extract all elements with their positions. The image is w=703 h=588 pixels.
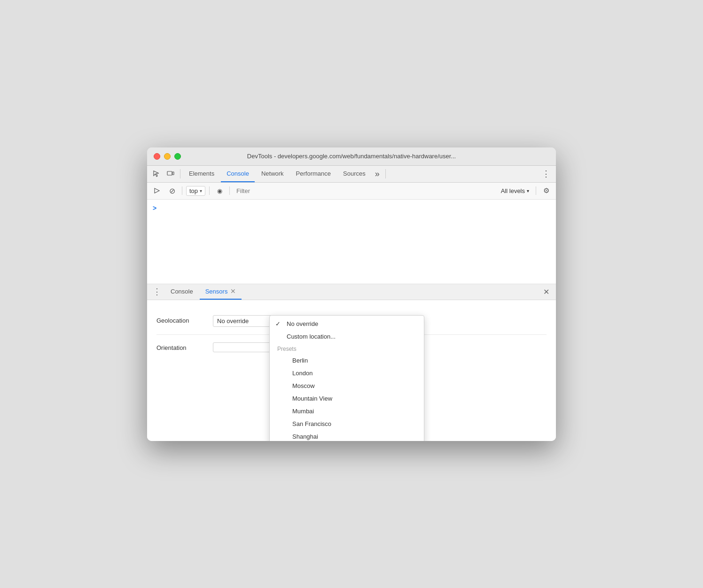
log-levels-button[interactable]: All levels ▾ [498, 186, 532, 195]
clear-console-icon[interactable]: ⊘ [166, 185, 178, 197]
devtools-menu-icon[interactable]: ⋮ [539, 169, 553, 179]
geolocation-row: Geolocation No override ▾ No override [156, 308, 547, 335]
window-title: DevTools - developers.google.com/web/fun… [247, 153, 456, 160]
devtools-window: DevTools - developers.google.com/web/fun… [147, 147, 556, 441]
toolbar-divider-4 [536, 186, 536, 195]
tab-performance[interactable]: Performance [290, 165, 336, 182]
orientation-label: Orientation [156, 342, 213, 351]
dropdown-item-no-override[interactable]: No override [270, 317, 424, 330]
geolocation-dropdown: No override Custom location... Presets B… [269, 315, 424, 441]
filter-by-regexp-icon[interactable]: ◉ [213, 185, 226, 197]
console-prompt: > [153, 204, 156, 212]
tab-separator [180, 169, 180, 178]
devtools-tab-bar: Elements Console Network Performance Sou… [147, 166, 556, 183]
dropdown-item-custom[interactable]: Custom location... [270, 330, 424, 343]
dropdown-item-berlin[interactable]: Berlin [270, 354, 424, 367]
minimize-button[interactable] [164, 153, 171, 160]
console-output: > [147, 200, 556, 284]
close-bottom-panel-icon[interactable]: ✕ [539, 287, 553, 296]
svg-rect-0 [167, 171, 172, 175]
toolbar-divider-2 [209, 186, 210, 195]
tab-network[interactable]: Network [256, 165, 289, 182]
maximize-button[interactable] [174, 153, 181, 160]
bottom-more-icon[interactable]: ⋮ [150, 286, 164, 297]
title-bar: DevTools - developers.google.com/web/fun… [147, 147, 556, 166]
bottom-tab-bar: ⋮ Console Sensors ✕ ✕ [147, 284, 556, 300]
close-sensors-tab-icon[interactable]: ✕ [230, 287, 236, 295]
dropdown-item-moscow[interactable]: Moscow [270, 379, 424, 392]
tab-sources[interactable]: Sources [337, 165, 371, 182]
dropdown-item-mumbai[interactable]: Mumbai [270, 405, 424, 418]
sensors-content: Geolocation No override ▾ No override [147, 300, 556, 441]
dropdown-item-shanghai[interactable]: Shanghai [270, 430, 424, 441]
console-settings-icon[interactable]: ⚙ [540, 185, 552, 197]
preserve-log-icon[interactable] [151, 185, 163, 197]
context-value: top [189, 187, 198, 194]
dropdown-item-san-francisco[interactable]: San Francisco [270, 418, 424, 430]
levels-chevron-icon: ▾ [527, 188, 529, 193]
toolbar-divider-3 [229, 186, 230, 195]
dropdown-group-presets: Presets [270, 343, 424, 354]
dropdown-item-mountain-view[interactable]: Mountain View [270, 392, 424, 405]
bottom-panel: ⋮ Console Sensors ✕ ✕ Geolocation No ove… [147, 284, 556, 441]
tab-separator-2 [385, 169, 386, 178]
close-button[interactable] [154, 153, 160, 160]
svg-rect-1 [172, 172, 174, 175]
geolocation-label: Geolocation [156, 315, 213, 324]
dropdown-item-london[interactable]: London [270, 367, 424, 379]
bottom-tab-console[interactable]: Console [165, 284, 199, 300]
console-toolbar: ⊘ top ▾ ◉ All levels ▾ ⚙ [147, 183, 556, 200]
tab-console[interactable]: Console [221, 165, 255, 182]
inspect-element-icon[interactable] [150, 167, 163, 180]
context-selector[interactable]: top ▾ [186, 186, 205, 196]
toolbar-divider [182, 186, 182, 195]
geolocation-control: No override ▾ No override Custom locatio… [213, 315, 547, 327]
svg-marker-2 [155, 188, 159, 193]
device-toolbar-icon[interactable] [164, 167, 177, 180]
traffic-lights [154, 153, 181, 160]
chevron-down-icon: ▾ [200, 188, 202, 193]
bottom-tab-sensors[interactable]: Sensors ✕ [200, 284, 242, 300]
geolocation-value: No override [217, 317, 249, 325]
filter-input[interactable] [234, 187, 495, 194]
tab-elements[interactable]: Elements [183, 165, 220, 182]
more-tabs-icon[interactable]: » [372, 169, 383, 179]
